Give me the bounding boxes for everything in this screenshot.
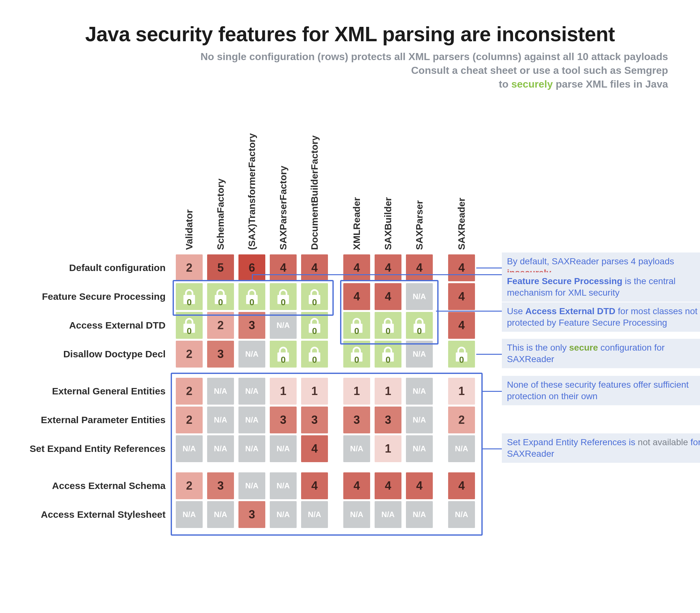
- cell: 3: [207, 341, 234, 367]
- cell: N/A: [343, 501, 370, 528]
- annotation-expand-entity-pre: Set Expand Entity References is: [507, 437, 638, 447]
- cell: 4: [301, 472, 328, 499]
- leader-line: [436, 311, 502, 312]
- cell: N/A: [270, 501, 297, 528]
- cell: 4: [270, 255, 297, 281]
- annotation-saxreader-secure: This is the only secure configuration fo…: [502, 339, 700, 368]
- cell: N/A: [238, 472, 265, 499]
- cell: 1: [343, 378, 370, 405]
- cell: 4: [406, 255, 433, 281]
- leader-line: [252, 274, 253, 280]
- cell: 3: [301, 406, 328, 433]
- cell: 4: [343, 255, 370, 281]
- cell: N/A: [375, 501, 401, 528]
- cell: 0: [448, 341, 475, 367]
- cell: 1: [375, 378, 401, 405]
- leader-line: [476, 354, 502, 355]
- cell: N/A: [406, 406, 433, 433]
- cell: N/A: [270, 312, 297, 339]
- cell: 2: [207, 312, 234, 339]
- cell: 4: [406, 472, 433, 499]
- row-label: Set Expand Entity References: [19, 443, 172, 454]
- cell: 4: [301, 255, 328, 281]
- column-headers: Validator SchemaFactory (SAX)Transformer…: [19, 114, 681, 250]
- matrix: Validator SchemaFactory (SAX)Transformer…: [19, 114, 681, 528]
- cell: N/A: [448, 501, 475, 528]
- cell: 2: [176, 406, 203, 433]
- annotation-dtd-bold: Access External DTD: [526, 306, 615, 316]
- cell: 2: [176, 378, 203, 405]
- cell: 4: [343, 472, 370, 499]
- row-label: Feature Secure Processing: [19, 291, 172, 302]
- cell: 3: [343, 406, 370, 433]
- cell: 0: [343, 312, 370, 339]
- row-label: External General Entities: [19, 386, 172, 396]
- cell: 1: [448, 378, 475, 405]
- col-saxreader: SAXReader: [456, 114, 467, 250]
- col-saxbuilder: SAXBuilder: [383, 114, 393, 250]
- cell: N/A: [270, 435, 297, 462]
- cell: 4: [448, 472, 475, 499]
- cell: N/A: [176, 501, 203, 528]
- cell: N/A: [270, 472, 297, 499]
- cell: 0: [406, 312, 433, 339]
- cell: 0: [176, 283, 203, 310]
- annotation-secure: secure: [569, 343, 598, 353]
- cell: N/A: [406, 435, 433, 462]
- cell: N/A: [207, 406, 234, 433]
- cell: N/A: [207, 435, 234, 462]
- cell: N/A: [207, 378, 234, 405]
- cell: 3: [270, 406, 297, 433]
- annotation-fsp-bold: Feature Secure Processing: [507, 276, 622, 286]
- cell: 4: [448, 255, 475, 281]
- cell: 1: [375, 435, 401, 462]
- cell: N/A: [176, 435, 203, 462]
- cell: N/A: [343, 435, 370, 462]
- annotation-not-available: not available: [638, 437, 688, 447]
- annotation-fsp: Feature Secure Processing is the central…: [502, 272, 700, 302]
- cell: N/A: [238, 341, 265, 367]
- cell: 0: [301, 341, 328, 367]
- cell: 4: [375, 472, 401, 499]
- cell: N/A: [238, 406, 265, 433]
- row-external-parameter-entities: External Parameter Entities2N/AN/A3333N/…: [19, 406, 681, 433]
- cell: N/A: [238, 378, 265, 405]
- annotation-dtd-pre: Use: [507, 306, 526, 316]
- row-access-external-stylesheet: Access External StylesheetN/AN/A3N/AN/AN…: [19, 501, 681, 528]
- annotation-saxreader-secure-pre: This is the only: [507, 343, 569, 353]
- cell: 3: [238, 312, 265, 339]
- subtitle-line1: No single configuration (rows) protects …: [19, 50, 668, 64]
- row-label: Access External Schema: [19, 480, 172, 491]
- cell: 3: [238, 501, 265, 528]
- cell: 2: [176, 341, 203, 367]
- leader-line: [481, 448, 502, 449]
- cell: N/A: [406, 341, 433, 367]
- col-saxparserfactory: SAXParserFactory: [278, 114, 289, 250]
- cell: N/A: [301, 501, 328, 528]
- cell: 4: [343, 283, 370, 310]
- cell: N/A: [406, 501, 433, 528]
- cell: 4: [448, 312, 475, 339]
- cell: 0: [301, 283, 328, 310]
- page-title: Java security features for XML parsing a…: [19, 22, 681, 46]
- leader-line: [481, 391, 502, 392]
- subtitle-line3-post: parse XML files in Java: [553, 78, 668, 90]
- leader-line: [476, 268, 502, 269]
- cell: N/A: [406, 283, 433, 310]
- cell: 0: [176, 312, 203, 339]
- cell: 0: [238, 283, 265, 310]
- row-label: Disallow Doctype Decl: [19, 349, 172, 360]
- cell: 4: [375, 283, 401, 310]
- leader-line: [252, 274, 502, 275]
- cell: 1: [270, 378, 297, 405]
- cell: 0: [343, 341, 370, 367]
- col-schemafactory: SchemaFactory: [215, 114, 226, 250]
- cell: 3: [375, 406, 401, 433]
- cell: 4: [375, 255, 401, 281]
- cell: 4: [448, 283, 475, 310]
- annotation-insufficient: None of these security features offer su…: [502, 376, 700, 406]
- cell: N/A: [238, 435, 265, 462]
- row-label: External Parameter Entities: [19, 415, 172, 426]
- col-saxparser: SAXParser: [414, 114, 425, 250]
- cell: 0: [270, 283, 297, 310]
